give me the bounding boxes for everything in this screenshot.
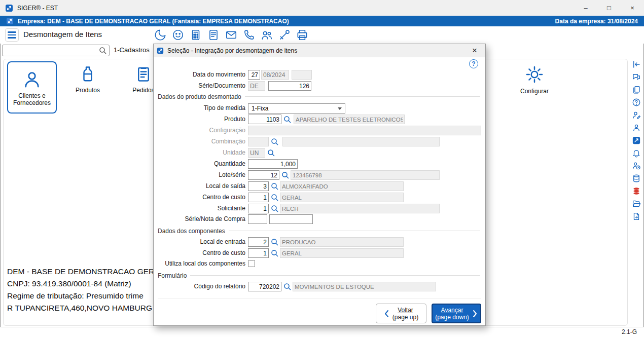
produto-search-icon[interactable] [283, 116, 292, 124]
printer-icon[interactable] [296, 28, 309, 42]
siger-logo-icon [5, 4, 13, 12]
calculator-icon[interactable] [189, 28, 202, 42]
avancar-label: Avançar [441, 307, 463, 314]
voltar-button[interactable]: Voltar(page up) [376, 304, 426, 323]
database-icon[interactable] [632, 174, 641, 183]
folder-icon[interactable] [632, 199, 641, 208]
title-bar: SIGER® - EST – □ × [0, 0, 644, 16]
local-entrada-search-icon[interactable] [271, 238, 279, 246]
category-label[interactable]: 1-Cadastros [114, 46, 150, 54]
combinacao-search-icon[interactable] [271, 138, 279, 146]
maximize-button[interactable]: □ [597, 0, 621, 16]
centro-custo-saida-search-icon[interactable] [271, 194, 279, 202]
combinacao-desc-field [282, 137, 440, 146]
file-export-icon[interactable] [632, 212, 641, 221]
company-bar: Empresa: DEM - BASE DE DEMONSTRACAO GERA… [0, 16, 644, 26]
right-icon-strip [630, 60, 642, 224]
avancar-sublabel: (page down) [435, 314, 469, 321]
produto-desc-field [294, 115, 405, 124]
user-icon[interactable] [632, 123, 641, 132]
utiliza-local-checkbox[interactable] [248, 260, 255, 267]
centro-custo-entrada-search-icon[interactable] [271, 249, 279, 257]
serie-nota-serie-input[interactable] [248, 214, 267, 224]
footer-separator [158, 298, 481, 298]
group-label: Dados do produto desmontado [158, 93, 241, 100]
local-entrada-code-input[interactable] [248, 237, 269, 247]
data-movimento-day-input[interactable] [248, 70, 260, 80]
tile-configurar[interactable]: Configurar [514, 65, 555, 95]
bottle-icon [79, 65, 97, 83]
produto-label: Produto [157, 115, 245, 124]
centro-custo-entrada-desc-field [280, 248, 404, 258]
app-window: SIGER® - EST – □ × Empresa: DEM - BASE D… [0, 0, 644, 337]
search-input[interactable] [5, 45, 96, 56]
tile-produtos[interactable]: Produtos [69, 65, 106, 94]
bell-icon[interactable] [632, 148, 641, 158]
codigo-relatorio-search-icon[interactable] [283, 283, 292, 291]
solicitante-search-icon[interactable] [271, 205, 279, 213]
lote-serie-label: Lote/série [157, 170, 245, 180]
voltar-sublabel: (page up) [392, 314, 418, 321]
search-icon[interactable] [99, 47, 107, 55]
solicitante-label: Solicitante [157, 204, 245, 213]
local-entrada-desc-field [280, 237, 404, 247]
gear-icon [525, 65, 544, 84]
solicitante-code-input[interactable] [248, 204, 269, 213]
centro-custo-saida-desc-field [280, 193, 404, 202]
centro-custo-saida-label: Centro de custo [157, 193, 245, 202]
status-bar: 2.1-G [0, 327, 644, 337]
minimize-button[interactable]: – [574, 0, 597, 16]
smiley-globe-icon[interactable] [171, 28, 185, 42]
phone-icon[interactable] [242, 28, 256, 42]
avancar-button[interactable]: Avançar(page down) [432, 304, 481, 323]
toolbar: Desmontagem de Itens [0, 26, 644, 44]
user-edit-icon[interactable] [632, 110, 641, 120]
serie-documento-numero-input[interactable] [268, 81, 311, 91]
dialog-header[interactable]: Seleção - Integração por desmontagem de … [154, 44, 485, 57]
user-clock-icon[interactable] [632, 161, 641, 170]
local-saida-code-input[interactable] [248, 181, 269, 191]
tile-label: Clientes e Fornecedores [8, 92, 56, 106]
help-icon[interactable]: ? [469, 59, 478, 68]
help-circle-icon[interactable] [632, 98, 641, 107]
collapse-panel-icon[interactable] [632, 60, 641, 69]
lote-serie-code-input[interactable] [248, 170, 279, 180]
person-icon [21, 69, 43, 90]
users-icon[interactable] [260, 28, 273, 42]
tipo-medida-select[interactable]: 1-Fixa [248, 103, 345, 114]
company-info-line: Regime de tributação: Presumido trime [7, 290, 154, 302]
data-movimento-month-field [261, 70, 289, 80]
group-label: Formulário [158, 272, 187, 279]
close-button[interactable]: × [621, 0, 644, 16]
company-name: Empresa: DEM - BASE DE DEMONSTRACAO GERA… [18, 18, 289, 25]
moon-icon[interactable] [154, 28, 167, 42]
quantidade-input[interactable] [248, 159, 298, 169]
lote-serie-search-icon[interactable] [281, 171, 290, 179]
window-title: SIGER® - EST [17, 5, 58, 12]
menu-button[interactable] [5, 28, 19, 42]
group-componentes: Dados dos componentes [158, 227, 480, 235]
dialog-close-icon[interactable]: × [467, 44, 482, 57]
database-red-icon[interactable] [632, 186, 641, 196]
codigo-relatorio-code-input[interactable] [248, 282, 281, 291]
group-formulario: Formulário [158, 272, 480, 279]
tile-clientes-fornecedores[interactable]: Clientes e Fornecedores [7, 61, 57, 114]
company-info-line: CNPJ: 93.419.380/0001-84 (Matriz) [7, 278, 154, 290]
chat-icon[interactable] [632, 72, 641, 82]
produto-code-input[interactable] [248, 115, 281, 124]
envelope-icon[interactable] [225, 28, 238, 42]
serie-nota-numero-input[interactable] [269, 214, 313, 224]
centro-custo-entrada-code-input[interactable] [248, 248, 269, 258]
company-info-line: R TUPANCIRETA,460,NOVO HAMBURG [7, 302, 154, 314]
form-icon[interactable] [207, 28, 220, 42]
configuracao-field [248, 126, 481, 135]
library-icon[interactable] [632, 85, 641, 94]
tipo-medida-label: Tipo de medida [157, 103, 245, 113]
centro-custo-saida-code-input[interactable] [248, 193, 269, 202]
tools-icon[interactable] [278, 28, 291, 42]
local-saida-search-icon[interactable] [271, 182, 279, 191]
unidade-search-icon[interactable] [267, 149, 275, 157]
serie-documento-label: Série/Documento [157, 81, 245, 91]
local-saida-desc-field [280, 181, 404, 191]
siger-logo-icon[interactable] [632, 136, 641, 145]
